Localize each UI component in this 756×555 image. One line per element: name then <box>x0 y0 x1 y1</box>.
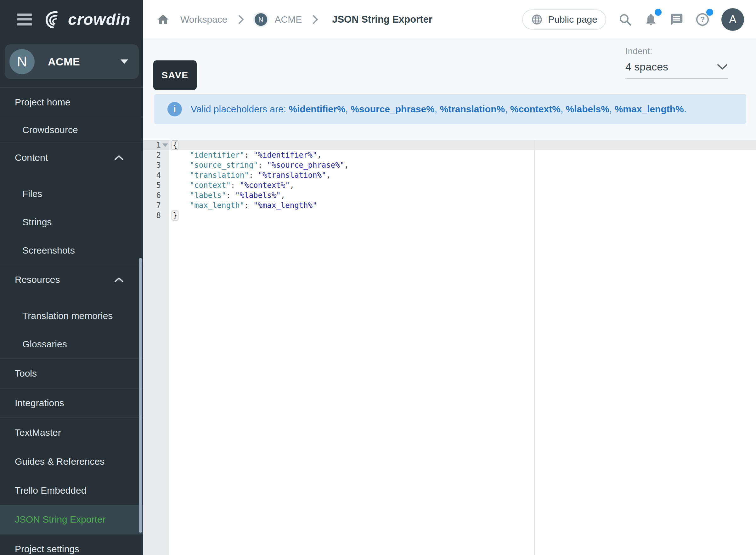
user-avatar[interactable]: A <box>721 8 744 31</box>
sidebar: crowdin N ACME Project homeCrowdsourceCo… <box>0 0 143 555</box>
sidebar-group: ContentFilesStringsScreenshots <box>0 142 143 265</box>
json-brace: } <box>172 211 178 220</box>
sidebar-item-trello-embedded[interactable]: Trello Embedded <box>0 476 143 505</box>
json-value: "%identifier%" <box>253 151 317 160</box>
sidebar-group: Crowdsource <box>0 117 143 142</box>
sidebar-item-label: Project settings <box>15 544 79 554</box>
sidebar-group: TextMasterGuides & ReferencesTrello Embe… <box>0 418 143 534</box>
sidebar-item-label: TextMaster <box>15 427 61 438</box>
json-punctuation: : <box>244 201 253 210</box>
chevron-up-icon <box>114 155 124 161</box>
sidebar-item-label: Guides & References <box>15 456 104 467</box>
json-punctuation: , <box>290 181 294 190</box>
breadcrumb-project-avatar: N <box>255 13 267 26</box>
editor-gutter: 12345678 <box>143 140 169 555</box>
sidebar-item-label: Translation memories <box>23 310 113 321</box>
sidebar-item-tools[interactable]: Tools <box>0 359 143 388</box>
project-name: ACME <box>48 56 80 68</box>
json-value: "%context%" <box>240 181 290 190</box>
placeholder-token: %max_length% <box>615 104 684 114</box>
project-avatar: N <box>9 49 35 74</box>
sidebar-item-strings[interactable]: Strings <box>0 208 143 236</box>
public-page-label: Public page <box>548 14 597 25</box>
chevron-right-icon <box>238 15 244 24</box>
sidebar-item-files[interactable]: Files <box>0 180 143 208</box>
sidebar-item-content[interactable]: Content <box>0 143 143 172</box>
json-punctuation <box>172 201 190 210</box>
json-value: "%labels%" <box>235 191 281 200</box>
sidebar-item-label: Trello Embedded <box>15 485 86 496</box>
sidebar-item-label: Tools <box>15 368 37 379</box>
line-number: 5 <box>143 180 169 190</box>
sidebar-item-label: Screenshots <box>23 245 75 256</box>
json-key: "identifier" <box>190 151 244 160</box>
editor-content[interactable]: { "identifier": "%identifier%", "source_… <box>172 140 756 555</box>
chat-icon <box>670 12 684 27</box>
placeholder-token: %identifier% <box>289 104 345 114</box>
sidebar-item-glossaries[interactable]: Glossaries <box>0 330 143 358</box>
chevron-up-icon <box>114 277 124 283</box>
json-punctuation: , <box>317 151 321 160</box>
sidebar-group: Integrations <box>0 388 143 418</box>
json-key: "max_length" <box>190 201 244 210</box>
home-icon[interactable] <box>157 13 170 26</box>
code-editor: 12345678 { "identifier": "%identifier%",… <box>143 140 756 555</box>
json-punctuation: : <box>249 171 258 180</box>
sidebar-item-translation-memories[interactable]: Translation memories <box>0 302 143 330</box>
sidebar-item-json-string-exporter[interactable]: JSON String Exporter <box>0 505 143 534</box>
hamburger-menu-icon[interactable] <box>17 13 32 26</box>
info-icon: i <box>167 102 182 117</box>
breadcrumb-workspace[interactable]: Workspace <box>180 14 227 25</box>
sidebar-scrollbar[interactable] <box>139 258 142 533</box>
line-number: 3 <box>143 160 169 170</box>
json-punctuation: , <box>281 191 285 200</box>
info-banner-text: Valid placeholders are: %identifier%, %s… <box>191 104 686 115</box>
json-brace: { <box>172 140 178 150</box>
header-actions: Public page <box>522 8 744 31</box>
sidebar-group: Tools <box>0 358 143 388</box>
json-punctuation: : <box>258 161 267 170</box>
fold-toggle-icon[interactable] <box>162 143 168 147</box>
notifications-button[interactable] <box>644 12 658 27</box>
placeholder-token: %context% <box>510 104 560 114</box>
placeholder-token: %source_phrase% <box>351 104 435 114</box>
save-button[interactable]: SAVE <box>153 60 197 90</box>
sidebar-item-integrations[interactable]: Integrations <box>0 389 143 418</box>
crowdin-logo[interactable]: crowdin <box>43 9 131 30</box>
json-punctuation: , <box>326 171 331 180</box>
project-selector[interactable]: N ACME <box>5 44 139 79</box>
json-punctuation <box>172 161 190 170</box>
crowdin-app: crowdin N ACME Project homeCrowdsourceCo… <box>0 0 756 555</box>
help-badge <box>706 9 713 16</box>
sidebar-item-guides-references[interactable]: Guides & References <box>0 447 143 476</box>
breadcrumb-project[interactable]: ACME <box>275 14 302 25</box>
sidebar-item-project-home[interactable]: Project home <box>0 88 143 117</box>
sidebar-item-resources[interactable]: Resources <box>0 265 143 294</box>
sidebar-item-crowdsource[interactable]: Crowdsource <box>0 117 143 142</box>
sidebar-item-label: Crowdsource <box>23 125 78 135</box>
json-key: "labels" <box>190 191 226 200</box>
code-line: "labels": "%labels%", <box>172 190 756 201</box>
indent-select[interactable]: 4 spaces <box>625 61 728 79</box>
json-key: "translation" <box>190 171 249 180</box>
sidebar-item-screenshots[interactable]: Screenshots <box>0 236 143 265</box>
messages-button[interactable] <box>670 12 684 27</box>
search-button[interactable] <box>618 12 632 27</box>
code-line: "max_length": "%max_length%" <box>172 201 756 211</box>
header: Workspace N ACME JSON String Exporter Pu… <box>143 0 756 39</box>
sidebar-item-label: Integrations <box>15 398 64 409</box>
sidebar-item-textmaster[interactable]: TextMaster <box>0 418 143 447</box>
placeholder-token: %labels% <box>566 104 609 114</box>
globe-icon <box>531 13 543 26</box>
json-punctuation <box>172 181 190 190</box>
sidebar-item-label: Glossaries <box>23 339 67 349</box>
help-button[interactable]: ? <box>696 12 709 27</box>
sidebar-item-project-settings[interactable]: Project settings <box>0 535 143 555</box>
json-punctuation: : <box>244 151 253 160</box>
indent-label: Indent: <box>625 46 728 56</box>
chevron-down-icon <box>717 64 728 70</box>
public-page-button[interactable]: Public page <box>522 9 606 30</box>
sidebar-item-label: Files <box>23 188 42 199</box>
json-value: "%max_length%" <box>253 201 317 210</box>
code-line: } <box>172 211 756 220</box>
